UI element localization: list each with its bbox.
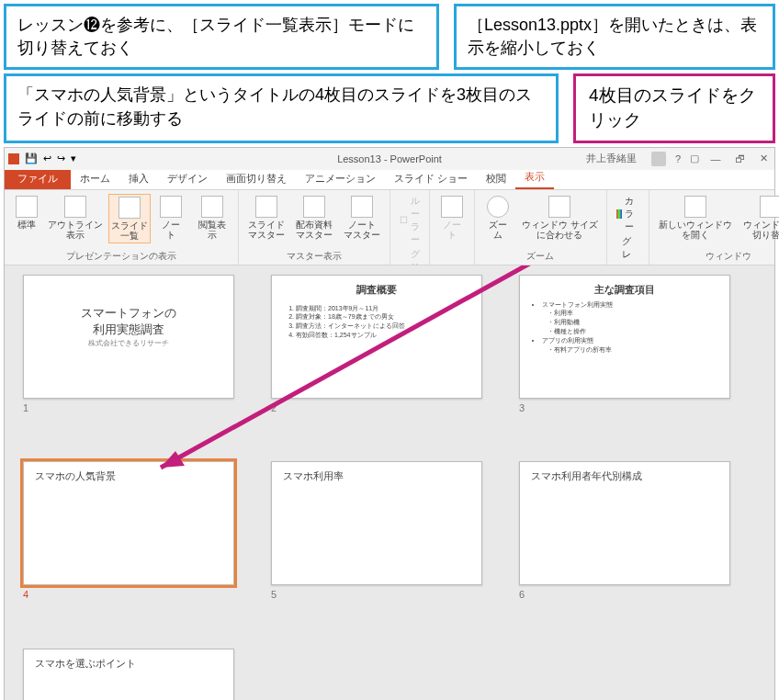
slide-subtitle: 株式会社できるリサーチ: [35, 338, 222, 348]
view-slide-sorter-button[interactable]: スライド 一覧: [108, 194, 152, 243]
ribbon-group-zoom: ズーム ウィンドウ サイズ に合わせる ズーム: [475, 190, 607, 265]
zoom-button[interactable]: ズーム: [480, 194, 514, 242]
ribbon-group-color: カラー グレースケール 白黒 カラー/グレースケール: [607, 190, 649, 265]
instruction-callout-1: レッスン⓬を参考に、［スライド一覧表示］モードに切り替えておく: [4, 4, 439, 70]
ribbon-group-presentation-views: 標準 アウトライン 表示 スライド 一覧 ノート 閲覧表示 プレゼンテーションの…: [5, 190, 239, 265]
slide-thumbnail-7[interactable]: スマホを選ぶポイント: [23, 649, 234, 700]
ruler-checkbox[interactable]: ☐ルーラー: [396, 194, 423, 247]
app-icon: [8, 153, 19, 164]
slide-number: 6: [519, 589, 730, 600]
qat-redo-icon[interactable]: ↪: [57, 152, 65, 164]
slide-title: 調査概要: [283, 283, 470, 297]
view-reading-button[interactable]: 閲覧表示: [191, 194, 232, 243]
qat-dropdown-icon[interactable]: ▾: [71, 152, 76, 164]
instruction-callout-2: ［Lesson13.pptx］を開いたときは、表示を縮小しておく: [454, 4, 775, 70]
close-button[interactable]: ✕: [756, 152, 771, 164]
slide-number: 2: [271, 402, 482, 413]
restore-button[interactable]: 🗗: [732, 153, 747, 164]
slide-number: 1: [23, 402, 234, 413]
handout-master-button[interactable]: 配布資料 マスター: [292, 194, 336, 242]
slide-thumbnail-4[interactable]: スマホの人気背景: [23, 461, 234, 585]
slide-body-list: スマートフォン利用実態 ・利用率 ・利用動機 ・機種と操作 アプリの利用実態 ・…: [531, 300, 718, 355]
slide-body-list: 調査期間：2013年9月～11月 調査対象：18歳～79歳までの男女 調査方法：…: [283, 304, 470, 340]
slide-title: スマホ利用者年代別構成: [531, 469, 718, 483]
powerpoint-window: 💾 ↩ ↪ ▾ Lesson13 - PowerPoint ? ▢ — 🗗 ✕ …: [4, 147, 775, 700]
ribbon-options-icon[interactable]: ▢: [690, 152, 699, 164]
tab-home[interactable]: ホーム: [71, 168, 119, 189]
instruction-callout-3: 「スマホの人気背景」というタイトルの4枚目のスライドを3枚目のスライドの前に移動…: [4, 73, 559, 142]
slide-cell[interactable]: スマートフォンの 利用実態調査 株式会社できるリサーチ 1: [23, 275, 234, 444]
ribbon-group-notes-btn: ノート: [430, 190, 475, 265]
slide-master-button[interactable]: スライド マスター: [244, 194, 288, 242]
slide-cell[interactable]: スマホの人気背景 4: [23, 461, 234, 630]
qat-save-icon[interactable]: 💾: [25, 152, 38, 164]
tab-insert[interactable]: 挿入: [119, 168, 158, 189]
ribbon-group-label: ウィンドウ: [655, 248, 779, 265]
tab-review[interactable]: 校閲: [477, 168, 515, 189]
notes-pane-button[interactable]: ノート: [435, 194, 469, 242]
color-button[interactable]: カラー: [613, 194, 643, 234]
document-title: Lesson13 - PowerPoint: [337, 153, 442, 164]
slide-number: 3: [519, 402, 730, 413]
slide-title: スマホを選ぶポイント: [35, 657, 222, 671]
slide-title: スマホ利用率: [283, 469, 470, 483]
slide-cell[interactable]: 主な調査項目 スマートフォン利用実態 ・利用率 ・利用動機 ・機種と操作 アプリ…: [519, 275, 730, 444]
ribbon-group-label: プレゼンテーションの表示: [10, 248, 232, 265]
tab-design[interactable]: デザイン: [158, 168, 217, 189]
ribbon-group-master-views: スライド マスター 配布資料 マスター ノート マスター マスター表示: [239, 190, 390, 265]
ribbon: 標準 アウトライン 表示 スライド 一覧 ノート 閲覧表示 プレゼンテーションの…: [5, 190, 774, 265]
tab-transition[interactable]: 画面切り替え: [217, 168, 296, 189]
ribbon-group-window: 新しいウィンドウ を開く ウィンドウの 切り替え ウィンドウ: [649, 190, 779, 265]
switch-window-button[interactable]: ウィンドウの 切り替え: [739, 194, 779, 242]
instruction-callout-4: 4枚目のスライドをクリック: [573, 73, 775, 142]
qat-undo-icon[interactable]: ↩: [43, 152, 51, 164]
slide-cell[interactable]: スマホ利用者年代別構成 6: [519, 461, 730, 630]
slide-title: スマホの人気背景: [35, 469, 222, 483]
tab-animation[interactable]: アニメーション: [296, 168, 385, 189]
minimize-button[interactable]: —: [708, 153, 723, 164]
slide-title: スマートフォンの 利用実態調査: [35, 305, 222, 338]
fit-window-button[interactable]: ウィンドウ サイズ に合わせる: [518, 194, 600, 242]
ribbon-group-label: ズーム: [480, 248, 601, 265]
view-notes-button[interactable]: ノート: [154, 194, 187, 243]
new-window-button[interactable]: 新しいウィンドウ を開く: [655, 194, 736, 242]
user-avatar-icon[interactable]: [651, 152, 666, 166]
ribbon-tabs: ファイル ホーム 挿入 デザイン 画面切り替え アニメーション スライド ショー…: [5, 170, 774, 190]
tab-file[interactable]: ファイル: [5, 168, 71, 189]
slide-sorter-area[interactable]: スマートフォンの 利用実態調査 株式会社できるリサーチ 1 調査概要 調査期間：…: [5, 265, 774, 700]
tab-slideshow[interactable]: スライド ショー: [385, 168, 477, 189]
view-outline-button[interactable]: アウトライン 表示: [47, 194, 105, 243]
help-icon[interactable]: ?: [675, 153, 681, 164]
ribbon-group-show: ☐ルーラー ☐グリッド線 ☐ガイド 表示: [390, 190, 430, 265]
slide-thumbnail-6[interactable]: スマホ利用者年代別構成: [519, 461, 730, 585]
slide-thumbnail-5[interactable]: スマホ利用率: [271, 461, 482, 585]
slide-thumbnail-3[interactable]: 主な調査項目 スマートフォン利用実態 ・利用率 ・利用動機 ・機種と操作 アプリ…: [519, 275, 730, 399]
notes-master-button[interactable]: ノート マスター: [340, 194, 384, 242]
slide-cell[interactable]: スマホを選ぶポイント: [23, 649, 234, 700]
slide-cell[interactable]: スマホ利用率 5: [271, 461, 482, 630]
user-name: 井上香緒里: [586, 152, 637, 165]
slide-title: 主な調査項目: [531, 283, 718, 297]
slide-thumbnail-2[interactable]: 調査概要 調査期間：2013年9月～11月 調査対象：18歳～79歳までの男女 …: [271, 275, 482, 399]
slide-cell[interactable]: 調査概要 調査期間：2013年9月～11月 調査対象：18歳～79歳までの男女 …: [271, 275, 482, 444]
slide-number: 4: [23, 589, 234, 600]
slide-number: 5: [271, 589, 482, 600]
titlebar: 💾 ↩ ↪ ▾ Lesson13 - PowerPoint ? ▢ — 🗗 ✕ …: [5, 148, 774, 170]
ribbon-group-label: マスター表示: [244, 248, 384, 265]
slide-thumbnail-1[interactable]: スマートフォンの 利用実態調査 株式会社できるリサーチ: [23, 275, 234, 399]
view-normal-button[interactable]: 標準: [10, 194, 43, 243]
